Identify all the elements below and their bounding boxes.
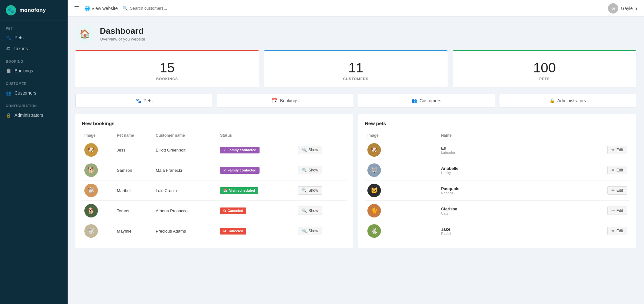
booking-pet-name: Jess	[114, 140, 153, 160]
bookings-count: 15	[82, 60, 252, 76]
pet-breed: Ragdoll	[441, 191, 529, 195]
quicklink-pets[interactable]: 🐾 Pets	[75, 94, 213, 108]
pet-breed: Labrador	[441, 151, 529, 154]
edit-icon: ✏	[611, 229, 615, 233]
view-website-button[interactable]: 🌐 View website	[84, 6, 118, 11]
pet-name-cell: Clarissa Cats	[439, 201, 531, 221]
show-button[interactable]: 🔍 Show	[298, 186, 322, 195]
table-row: 🐶 Ed Labrador ✏ Edit	[365, 140, 630, 160]
table-row: 🐈 Clarissa Cats ✏ Edit	[365, 201, 630, 221]
table-row: 🐱 Pasquale Ragdoll ✏ Edit	[365, 180, 630, 201]
sidebar-section-customer: CUSTOMER	[0, 76, 68, 88]
quicklink-customers[interactable]: 👥 Customers	[358, 94, 495, 108]
pet-avatar: 🐕	[84, 204, 98, 217]
dashboard-icon: 🏠	[75, 24, 94, 43]
edit-button[interactable]: ✏ Edit	[607, 207, 627, 215]
pet-name-cell: Anabelle Husky	[439, 160, 531, 180]
pet-name: Ed	[441, 146, 529, 151]
user-menu[interactable]: G Gayle ▾	[608, 3, 638, 14]
sidebar-item-taxons[interactable]: 🏷 Taxons	[0, 43, 68, 54]
search-input[interactable]	[130, 6, 232, 11]
booking-customer-name: Luis Cronin	[153, 180, 217, 201]
new-bookings-title: New bookings	[82, 121, 347, 126]
col-name: Name	[439, 131, 531, 140]
pet-breed: Husky	[441, 171, 529, 175]
sidebar-item-pets-label: Pets	[14, 35, 24, 40]
stat-bookings: 15 BOOKINGS	[75, 50, 259, 87]
pet-avatar: 🐶	[367, 143, 381, 157]
show-icon: 🔍	[302, 208, 307, 213]
sidebar-item-bookings[interactable]: 📋 Bookings	[0, 65, 68, 76]
globe-icon: 🌐	[84, 6, 90, 11]
pet-name: Jake	[441, 227, 529, 232]
col-pet-image: Image	[365, 131, 439, 140]
pet-image-cell: 🐺	[365, 160, 439, 180]
quicklink-bookings-icon: 📅	[272, 98, 277, 103]
edit-button[interactable]: ✏ Edit	[607, 166, 627, 174]
quicklink-administrators-icon: 🔒	[549, 98, 555, 103]
new-pets-title: New pets	[365, 121, 630, 126]
table-row: 🐺 Anabelle Husky ✏ Edit	[365, 160, 630, 180]
bookings-icon: 📋	[6, 68, 11, 73]
status-badge: 📅 Visit scheduled	[220, 187, 258, 194]
quicklink-administrators[interactable]: 🔒 Administrators	[499, 94, 637, 108]
status-icon: 📅	[223, 189, 228, 193]
quicklink-bookings[interactable]: 📅 Bookings	[217, 94, 354, 108]
table-row: 🐶 Jess Elliott Greenholt ✓ Family contac…	[82, 140, 347, 160]
show-button[interactable]: 🔍 Show	[298, 207, 322, 215]
edit-button[interactable]: ✏ Edit	[607, 227, 627, 235]
sidebar-item-administrators[interactable]: 🔒 Administrators	[0, 110, 68, 121]
pet-name: Clarissa	[441, 207, 529, 211]
sidebar-item-customers[interactable]: 👥 Customers	[0, 88, 68, 98]
chevron-down-icon: ▾	[635, 6, 638, 11]
quicklink-pets-label: Pets	[144, 98, 153, 103]
edit-icon: ✏	[611, 188, 615, 193]
status-badge: ⊘ Canceled	[220, 228, 246, 235]
sidebar-item-pets[interactable]: 🐾 Pets	[0, 32, 68, 43]
pet-image-cell: 🐶	[365, 140, 439, 160]
booking-pet-name: Maribel	[114, 180, 153, 201]
pet-edit-cell: ✏ Edit	[531, 201, 630, 221]
edit-button[interactable]: ✏ Edit	[607, 186, 627, 195]
booking-customer-name: Maia Franecki	[153, 160, 217, 180]
pet-avatar: 🐇	[367, 224, 381, 238]
edit-icon: ✏	[611, 148, 615, 152]
bookings-label: BOOKINGS	[82, 77, 252, 81]
quicklinks-row: 🐾 Pets 📅 Bookings 👥 Customers 🔒 Administ…	[75, 94, 636, 108]
show-icon: 🔍	[302, 148, 307, 152]
sidebar-logo[interactable]: 🐾 monofony	[0, 0, 68, 21]
stats-row: 15 BOOKINGS 11 CUSTOMERS 100 PETS	[75, 50, 636, 87]
show-icon: 🔍	[302, 229, 307, 233]
content-area: 🏠 Dashboard Overview of you website 15 B…	[68, 17, 644, 304]
booking-show-cell: 🔍 Show	[295, 180, 347, 201]
booking-show-cell: 🔍 Show	[295, 221, 347, 241]
col-status: Status	[217, 131, 295, 140]
topbar: ☰ 🌐 View website 🔍 G Gayle ▾	[68, 0, 644, 17]
show-button[interactable]: 🔍 Show	[298, 146, 322, 154]
show-button[interactable]: 🔍 Show	[298, 166, 322, 174]
taxons-icon: 🏷	[6, 46, 10, 51]
show-button[interactable]: 🔍 Show	[298, 227, 322, 235]
sidebar-section-booking: BOOKING	[0, 54, 68, 65]
show-icon: 🔍	[302, 188, 307, 193]
pet-breed: Cats	[441, 211, 529, 215]
pets-label: PETS	[459, 77, 630, 81]
sidebar-item-bookings-label: Bookings	[14, 68, 33, 73]
home-icon: 🏠	[80, 29, 90, 39]
pet-image-cell: 🐈	[365, 201, 439, 221]
pet-name: Pasquale	[441, 186, 529, 191]
booking-image-cell: 🐕	[82, 160, 114, 180]
status-badge: ✓ Family contacted	[220, 167, 260, 174]
customers-label: CUSTOMERS	[270, 77, 441, 81]
booking-show-cell: 🔍 Show	[295, 160, 347, 180]
booking-image-cell: 🐶	[82, 140, 114, 160]
edit-button[interactable]: ✏ Edit	[607, 146, 627, 154]
booking-customer-name: Elliott Greenholt	[153, 140, 217, 160]
pets-icon: 🐾	[6, 35, 11, 40]
booking-image-cell: 🐕	[82, 201, 114, 221]
booking-status-cell: ✓ Family contacted	[217, 160, 295, 180]
sidebar: 🐾 monofony PET 🐾 Pets 🏷 Taxons BOOKING 📋…	[0, 0, 68, 304]
status-badge: ✓ Family contacted	[220, 147, 260, 153]
show-icon: 🔍	[302, 168, 307, 172]
hamburger-icon[interactable]: ☰	[74, 5, 79, 12]
